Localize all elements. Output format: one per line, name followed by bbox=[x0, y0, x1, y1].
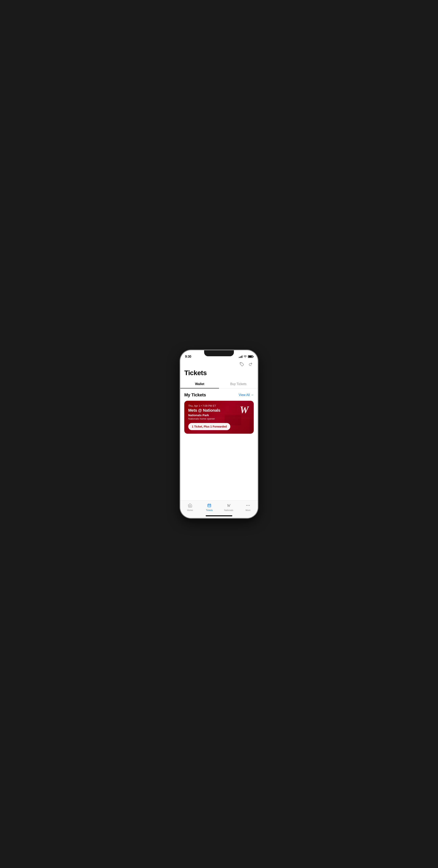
notch bbox=[204, 350, 234, 356]
ticket-matchup: Mets @ Nationals bbox=[188, 408, 250, 413]
svg-text:W: W bbox=[227, 503, 231, 508]
share-icon[interactable] bbox=[247, 361, 254, 367]
content-area: My Tickets View All → bbox=[180, 389, 258, 434]
ticket-date: Thu, Apr 1 • 7:09 PM ET bbox=[188, 404, 250, 407]
nav-tickets[interactable]: Tickets bbox=[200, 503, 219, 512]
scroll-area: My Tickets View All → bbox=[180, 389, 258, 506]
tag-icon[interactable] bbox=[239, 361, 245, 367]
nav-nationals-label: Nationals bbox=[224, 509, 233, 512]
ticket-venue: Nationals Park bbox=[188, 413, 250, 417]
nav-more-label: More bbox=[245, 509, 250, 512]
phone-frame: 9:30 bbox=[180, 350, 258, 518]
section-title: My Tickets bbox=[184, 393, 206, 398]
signal-icon bbox=[239, 355, 242, 358]
nav-nationals[interactable]: W Nationals bbox=[219, 503, 238, 512]
battery-icon bbox=[248, 355, 253, 358]
tab-buy-tickets[interactable]: Buy Tickets bbox=[219, 380, 258, 388]
view-all-button[interactable]: View All → bbox=[239, 393, 254, 397]
section-header: My Tickets View All → bbox=[184, 393, 254, 398]
tab-bar: Wallet Buy Tickets bbox=[180, 380, 258, 389]
nav-home[interactable]: Home bbox=[180, 503, 200, 512]
nationals-icon: W bbox=[226, 503, 232, 508]
ticket-badge[interactable]: 1 Ticket, Plus 1 Forwarded bbox=[188, 423, 230, 430]
svg-rect-12 bbox=[210, 504, 210, 505]
ticket-card[interactable]: W Thu, Apr 1 • 7:09 PM ET Mets @ Nationa… bbox=[184, 401, 254, 434]
home-icon bbox=[187, 503, 193, 508]
nav-more[interactable]: More bbox=[238, 503, 258, 512]
page-title: Tickets bbox=[180, 368, 258, 380]
more-icon bbox=[245, 503, 251, 508]
svg-point-15 bbox=[246, 505, 247, 506]
status-icons bbox=[239, 355, 253, 358]
ticket-subtitle: Nationals home opener bbox=[188, 417, 250, 420]
svg-point-16 bbox=[247, 505, 248, 506]
svg-point-0 bbox=[241, 363, 241, 364]
nav-home-label: Home bbox=[187, 509, 193, 512]
svg-point-17 bbox=[249, 505, 250, 506]
bottom-nav: Home Tickets W Nationals bbox=[180, 500, 258, 518]
home-indicator bbox=[206, 515, 232, 516]
wifi-icon bbox=[244, 355, 247, 358]
header-toolbar bbox=[180, 360, 258, 368]
svg-rect-11 bbox=[208, 504, 209, 505]
status-time: 9:30 bbox=[185, 355, 191, 359]
svg-rect-9 bbox=[208, 504, 211, 507]
tab-wallet[interactable]: Wallet bbox=[180, 380, 219, 388]
tickets-icon bbox=[206, 503, 212, 508]
nav-tickets-label: Tickets bbox=[206, 509, 213, 512]
